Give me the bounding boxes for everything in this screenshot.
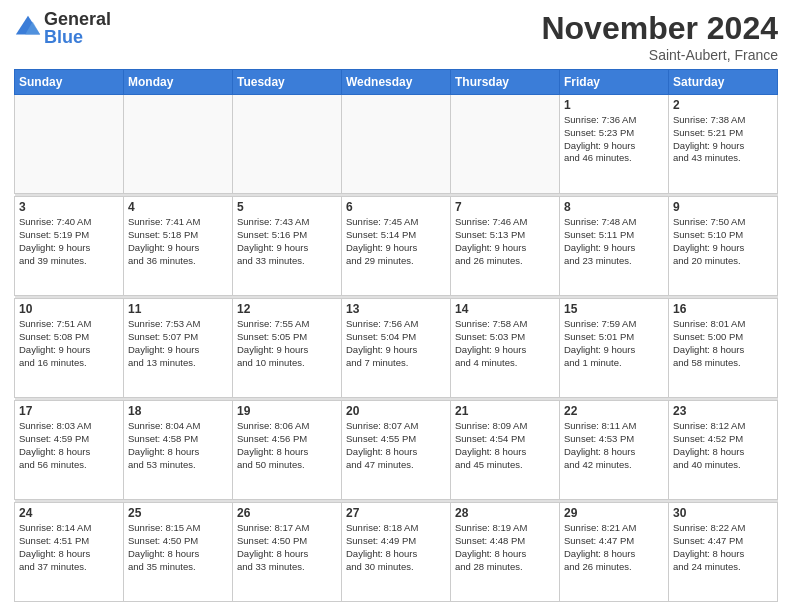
day-number: 2 (673, 98, 773, 112)
logo: General Blue (14, 10, 111, 46)
day-info: Sunrise: 7:40 AM Sunset: 5:19 PM Dayligh… (19, 216, 119, 267)
day-info: Sunrise: 7:59 AM Sunset: 5:01 PM Dayligh… (564, 318, 664, 369)
calendar-cell: 23Sunrise: 8:12 AM Sunset: 4:52 PM Dayli… (669, 401, 778, 500)
day-info: Sunrise: 8:09 AM Sunset: 4:54 PM Dayligh… (455, 420, 555, 471)
calendar-header-monday: Monday (124, 70, 233, 95)
calendar-week-row: 1Sunrise: 7:36 AM Sunset: 5:23 PM Daylig… (15, 95, 778, 194)
calendar-cell: 15Sunrise: 7:59 AM Sunset: 5:01 PM Dayli… (560, 299, 669, 398)
day-info: Sunrise: 8:06 AM Sunset: 4:56 PM Dayligh… (237, 420, 337, 471)
calendar-cell: 10Sunrise: 7:51 AM Sunset: 5:08 PM Dayli… (15, 299, 124, 398)
day-number: 5 (237, 200, 337, 214)
calendar-cell: 16Sunrise: 8:01 AM Sunset: 5:00 PM Dayli… (669, 299, 778, 398)
day-info: Sunrise: 7:45 AM Sunset: 5:14 PM Dayligh… (346, 216, 446, 267)
calendar-cell: 1Sunrise: 7:36 AM Sunset: 5:23 PM Daylig… (560, 95, 669, 194)
calendar-cell: 6Sunrise: 7:45 AM Sunset: 5:14 PM Daylig… (342, 197, 451, 296)
day-info: Sunrise: 7:51 AM Sunset: 5:08 PM Dayligh… (19, 318, 119, 369)
calendar-header-friday: Friday (560, 70, 669, 95)
calendar-cell (15, 95, 124, 194)
day-info: Sunrise: 7:41 AM Sunset: 5:18 PM Dayligh… (128, 216, 228, 267)
day-info: Sunrise: 8:19 AM Sunset: 4:48 PM Dayligh… (455, 522, 555, 573)
day-number: 27 (346, 506, 446, 520)
calendar-cell: 4Sunrise: 7:41 AM Sunset: 5:18 PM Daylig… (124, 197, 233, 296)
calendar-cell: 30Sunrise: 8:22 AM Sunset: 4:47 PM Dayli… (669, 503, 778, 602)
calendar-cell: 19Sunrise: 8:06 AM Sunset: 4:56 PM Dayli… (233, 401, 342, 500)
day-info: Sunrise: 7:43 AM Sunset: 5:16 PM Dayligh… (237, 216, 337, 267)
day-number: 17 (19, 404, 119, 418)
day-number: 13 (346, 302, 446, 316)
day-number: 26 (237, 506, 337, 520)
day-info: Sunrise: 8:17 AM Sunset: 4:50 PM Dayligh… (237, 522, 337, 573)
day-number: 20 (346, 404, 446, 418)
calendar-cell (233, 95, 342, 194)
day-info: Sunrise: 8:21 AM Sunset: 4:47 PM Dayligh… (564, 522, 664, 573)
calendar-cell: 3Sunrise: 7:40 AM Sunset: 5:19 PM Daylig… (15, 197, 124, 296)
calendar-header-tuesday: Tuesday (233, 70, 342, 95)
calendar-week-row: 17Sunrise: 8:03 AM Sunset: 4:59 PM Dayli… (15, 401, 778, 500)
day-number: 28 (455, 506, 555, 520)
day-number: 22 (564, 404, 664, 418)
calendar-cell (451, 95, 560, 194)
day-info: Sunrise: 8:22 AM Sunset: 4:47 PM Dayligh… (673, 522, 773, 573)
calendar-cell: 28Sunrise: 8:19 AM Sunset: 4:48 PM Dayli… (451, 503, 560, 602)
logo-icon (14, 14, 42, 42)
calendar-header-wednesday: Wednesday (342, 70, 451, 95)
logo-blue-text: Blue (44, 28, 111, 46)
day-number: 8 (564, 200, 664, 214)
day-number: 24 (19, 506, 119, 520)
calendar-cell (342, 95, 451, 194)
day-info: Sunrise: 7:58 AM Sunset: 5:03 PM Dayligh… (455, 318, 555, 369)
day-number: 16 (673, 302, 773, 316)
month-title: November 2024 (541, 10, 778, 47)
calendar-cell: 9Sunrise: 7:50 AM Sunset: 5:10 PM Daylig… (669, 197, 778, 296)
day-info: Sunrise: 8:07 AM Sunset: 4:55 PM Dayligh… (346, 420, 446, 471)
calendar-cell: 8Sunrise: 7:48 AM Sunset: 5:11 PM Daylig… (560, 197, 669, 296)
calendar-cell: 22Sunrise: 8:11 AM Sunset: 4:53 PM Dayli… (560, 401, 669, 500)
day-number: 9 (673, 200, 773, 214)
day-number: 4 (128, 200, 228, 214)
calendar-cell: 25Sunrise: 8:15 AM Sunset: 4:50 PM Dayli… (124, 503, 233, 602)
calendar-cell: 14Sunrise: 7:58 AM Sunset: 5:03 PM Dayli… (451, 299, 560, 398)
calendar-cell: 12Sunrise: 7:55 AM Sunset: 5:05 PM Dayli… (233, 299, 342, 398)
day-number: 19 (237, 404, 337, 418)
day-info: Sunrise: 8:14 AM Sunset: 4:51 PM Dayligh… (19, 522, 119, 573)
day-number: 7 (455, 200, 555, 214)
day-info: Sunrise: 7:36 AM Sunset: 5:23 PM Dayligh… (564, 114, 664, 165)
day-number: 3 (19, 200, 119, 214)
logo-text: General Blue (44, 10, 111, 46)
day-number: 25 (128, 506, 228, 520)
calendar-cell: 27Sunrise: 8:18 AM Sunset: 4:49 PM Dayli… (342, 503, 451, 602)
day-info: Sunrise: 7:38 AM Sunset: 5:21 PM Dayligh… (673, 114, 773, 165)
day-info: Sunrise: 8:15 AM Sunset: 4:50 PM Dayligh… (128, 522, 228, 573)
calendar-cell: 26Sunrise: 8:17 AM Sunset: 4:50 PM Dayli… (233, 503, 342, 602)
calendar-table: SundayMondayTuesdayWednesdayThursdayFrid… (14, 69, 778, 602)
day-info: Sunrise: 8:12 AM Sunset: 4:52 PM Dayligh… (673, 420, 773, 471)
calendar-header-thursday: Thursday (451, 70, 560, 95)
location: Saint-Aubert, France (541, 47, 778, 63)
calendar-week-row: 24Sunrise: 8:14 AM Sunset: 4:51 PM Dayli… (15, 503, 778, 602)
day-number: 12 (237, 302, 337, 316)
day-info: Sunrise: 7:46 AM Sunset: 5:13 PM Dayligh… (455, 216, 555, 267)
page: General Blue November 2024 Saint-Aubert,… (0, 0, 792, 612)
calendar-cell (124, 95, 233, 194)
calendar-cell: 13Sunrise: 7:56 AM Sunset: 5:04 PM Dayli… (342, 299, 451, 398)
day-info: Sunrise: 7:53 AM Sunset: 5:07 PM Dayligh… (128, 318, 228, 369)
calendar-week-row: 3Sunrise: 7:40 AM Sunset: 5:19 PM Daylig… (15, 197, 778, 296)
day-info: Sunrise: 8:01 AM Sunset: 5:00 PM Dayligh… (673, 318, 773, 369)
day-info: Sunrise: 7:48 AM Sunset: 5:11 PM Dayligh… (564, 216, 664, 267)
day-number: 1 (564, 98, 664, 112)
day-number: 15 (564, 302, 664, 316)
calendar-cell: 29Sunrise: 8:21 AM Sunset: 4:47 PM Dayli… (560, 503, 669, 602)
title-block: November 2024 Saint-Aubert, France (541, 10, 778, 63)
day-info: Sunrise: 7:55 AM Sunset: 5:05 PM Dayligh… (237, 318, 337, 369)
logo-general-text: General (44, 10, 111, 28)
day-info: Sunrise: 8:11 AM Sunset: 4:53 PM Dayligh… (564, 420, 664, 471)
calendar-cell: 11Sunrise: 7:53 AM Sunset: 5:07 PM Dayli… (124, 299, 233, 398)
day-number: 14 (455, 302, 555, 316)
day-number: 6 (346, 200, 446, 214)
calendar-cell: 24Sunrise: 8:14 AM Sunset: 4:51 PM Dayli… (15, 503, 124, 602)
calendar-cell: 18Sunrise: 8:04 AM Sunset: 4:58 PM Dayli… (124, 401, 233, 500)
day-number: 10 (19, 302, 119, 316)
calendar-week-row: 10Sunrise: 7:51 AM Sunset: 5:08 PM Dayli… (15, 299, 778, 398)
day-number: 11 (128, 302, 228, 316)
calendar-cell: 21Sunrise: 8:09 AM Sunset: 4:54 PM Dayli… (451, 401, 560, 500)
